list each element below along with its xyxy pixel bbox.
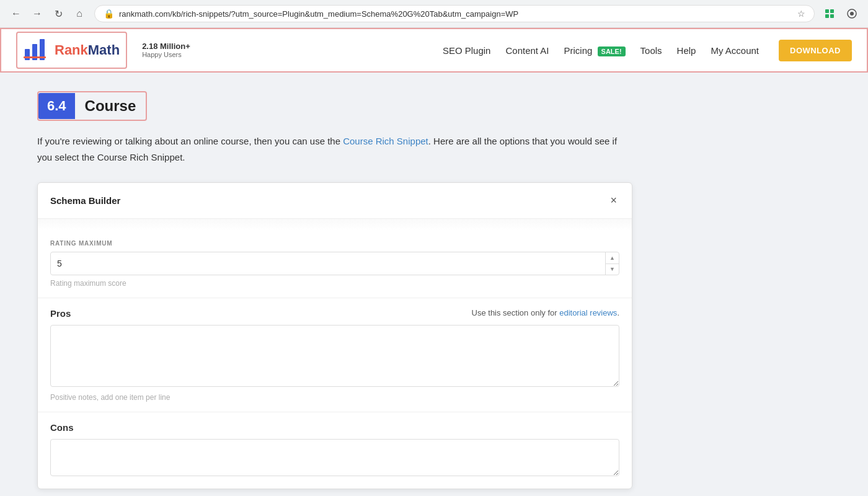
pros-header: Pros Use this section only for editorial… <box>50 308 619 319</box>
course-rich-snippet-link[interactable]: Course Rich Snippet <box>343 136 428 146</box>
editorial-reviews-link[interactable]: editorial reviews <box>559 308 617 317</box>
rating-maximum-input[interactable] <box>51 254 605 273</box>
close-button[interactable]: × <box>608 192 619 210</box>
spin-down-button[interactable]: ▼ <box>606 264 619 275</box>
rating-maximum-spinners: ▲ ▼ <box>605 252 619 275</box>
logo-icon <box>24 38 48 63</box>
bookmark-icon[interactable]: ☆ <box>797 9 805 19</box>
svg-rect-6 <box>25 49 30 60</box>
forward-button[interactable]: → <box>29 5 46 22</box>
nav-pricing[interactable]: Pricing SALE! <box>564 45 626 56</box>
pros-hint: Positive notes, add one item per line <box>50 393 619 402</box>
sale-badge: SALE! <box>598 46 626 56</box>
svg-rect-3 <box>830 14 834 18</box>
schema-builder-header: Schema Builder × <box>38 183 632 219</box>
main-content: 6.4 Course If you're reviewing or talkin… <box>0 73 868 496</box>
rating-maximum-label: RATING MAXIMUM <box>50 240 619 247</box>
spin-up-button[interactable]: ▲ <box>606 252 619 264</box>
extension-icon-2[interactable] <box>843 5 861 22</box>
nav-tools[interactable]: Tools <box>640 45 662 56</box>
schema-builder-title: Schema Builder <box>50 195 120 206</box>
pros-section: Pros Use this section only for editorial… <box>38 298 632 412</box>
security-icon: 🔒 <box>104 9 114 19</box>
editorial-note: Use this section only for editorial revi… <box>472 308 619 317</box>
rating-maximum-input-wrapper: ▲ ▼ <box>50 252 619 275</box>
site-header: RankMath 2.18 Million+ Happy Users SEO P… <box>0 28 868 73</box>
browser-nav-buttons: ← → ↻ ⌂ <box>7 5 88 22</box>
extension-icon-1[interactable] <box>821 5 838 22</box>
home-button[interactable]: ⌂ <box>71 5 88 22</box>
rating-maximum-hint: Rating maximum score <box>50 279 619 288</box>
nav-my-account[interactable]: My Account <box>711 45 759 56</box>
rating-maximum-section: RATING MAXIMUM ▲ ▼ Rating maximum score <box>38 230 632 298</box>
address-bar[interactable]: 🔒 rankmath.com/kb/rich-snippets/?utm_sou… <box>94 5 815 22</box>
browser-chrome: ← → ↻ ⌂ 🔒 rankmath.com/kb/rich-snippets/… <box>0 0 868 28</box>
back-button[interactable]: ← <box>7 5 25 22</box>
pros-label: Pros <box>50 308 71 319</box>
course-heading: 6.4 Course <box>37 91 147 121</box>
nav-links: SEO Plugin Content AI Pricing SALE! Tool… <box>443 40 852 61</box>
browser-extension-buttons <box>821 5 861 22</box>
svg-rect-1 <box>830 9 834 13</box>
svg-rect-0 <box>825 9 829 13</box>
user-count-sub: Happy Users <box>142 51 190 59</box>
nav-content-ai[interactable]: Content AI <box>505 45 549 56</box>
nav-help[interactable]: Help <box>677 45 696 56</box>
scroll-fade-top <box>38 219 632 230</box>
logo-text: RankMath <box>55 42 120 58</box>
pros-textarea[interactable] <box>50 325 619 387</box>
url-text: rankmath.com/kb/rich-snippets/?utm_sourc… <box>119 9 792 19</box>
cons-textarea[interactable] <box>50 439 619 476</box>
svg-rect-2 <box>825 14 829 18</box>
course-version-badge: 6.4 <box>38 93 75 119</box>
reload-button[interactable]: ↻ <box>50 5 67 22</box>
nav-seo-plugin[interactable]: SEO Plugin <box>443 45 491 56</box>
schema-builder-panel: Schema Builder × RATING MAXIMUM ▲ ▼ Rati… <box>37 182 632 489</box>
user-count-main: 2.18 Million+ <box>142 42 190 51</box>
page-description: If you're reviewing or talking about an … <box>37 133 632 165</box>
svg-rect-9 <box>24 56 46 58</box>
logo-area[interactable]: RankMath <box>16 32 127 69</box>
schema-builder-body: RATING MAXIMUM ▲ ▼ Rating maximum score … <box>38 219 632 489</box>
cons-label: Cons <box>50 422 619 433</box>
user-count: 2.18 Million+ Happy Users <box>142 42 190 60</box>
cons-section: Cons <box>38 412 632 489</box>
svg-point-5 <box>850 12 854 16</box>
course-title: Course <box>75 92 146 120</box>
download-button[interactable]: DOWNLOAD <box>779 40 852 61</box>
